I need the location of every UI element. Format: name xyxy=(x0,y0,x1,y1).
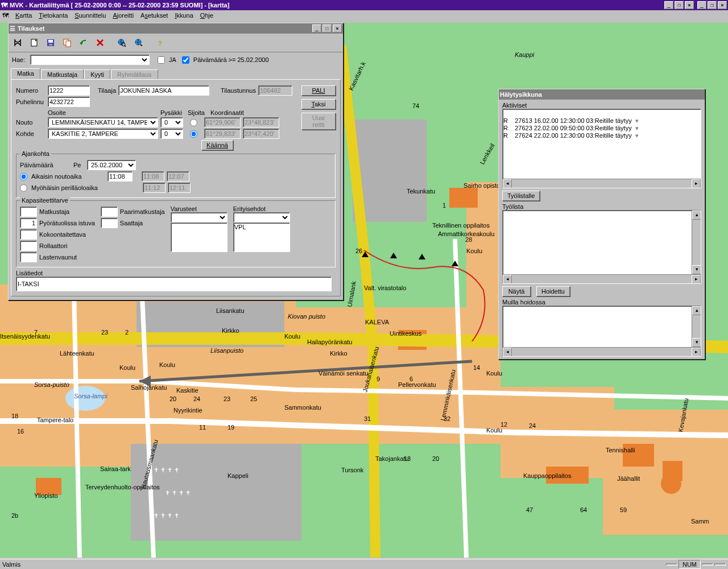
nouto-addr-combo[interactable]: LEMMINKÄISENKATU 14, TAMPERE xyxy=(48,117,158,127)
matkustaja-input[interactable] xyxy=(20,207,37,217)
svg-text:Kiovan puisto: Kiovan puisto xyxy=(288,313,325,320)
taksi-button[interactable]: Taksi xyxy=(301,99,336,109)
orders-maximize-button[interactable]: ☐ xyxy=(322,24,332,32)
aikaisin-input[interactable] xyxy=(107,171,133,182)
menu-tietokanta[interactable]: Tietokanta xyxy=(39,12,68,19)
ja-checkbox[interactable] xyxy=(158,56,165,64)
orders-minimize-button[interactable]: _ xyxy=(312,24,321,32)
menu-ohje[interactable]: Ohje xyxy=(200,12,213,19)
svg-text:Samm: Samm xyxy=(691,518,709,525)
svg-text:Tursonk: Tursonk xyxy=(341,467,364,473)
scrollbar-v[interactable]: ▴▾ xyxy=(692,306,701,347)
puhelinnu-input[interactable] xyxy=(48,97,90,107)
muilla-list[interactable]: ▴▾ ◂▸ xyxy=(502,306,701,357)
saattaja-input[interactable] xyxy=(101,218,118,228)
svg-text:Liisankatu: Liisankatu xyxy=(216,307,245,314)
svg-text:14: 14 xyxy=(473,364,480,371)
nayta-button[interactable]: Näytä xyxy=(502,286,531,296)
tilaaja-input[interactable] xyxy=(118,85,209,96)
osoite-header: Osoite xyxy=(48,109,158,116)
menu-asetukset[interactable]: Asetukset xyxy=(140,12,168,19)
app-minimize-button[interactable]: _ xyxy=(697,1,706,9)
date-filter-checkbox[interactable] xyxy=(182,56,189,64)
myo3 xyxy=(168,183,191,193)
hoidettu-button[interactable]: Hoidettu xyxy=(536,286,570,296)
list-item[interactable]: R 27623 22.02.00 09:50:00 03:Reitille tä… xyxy=(503,125,632,131)
erityis-list[interactable]: VPL xyxy=(233,222,290,252)
kohde-y xyxy=(243,129,279,139)
undo-button[interactable] xyxy=(77,36,90,50)
kohde-sijoita-radio[interactable] xyxy=(190,130,197,138)
mdi-icon[interactable]: 🗺 xyxy=(2,12,9,19)
mdi-minimize-button[interactable]: _ xyxy=(664,1,673,9)
koko-input[interactable] xyxy=(20,229,37,240)
orders-toolbar: ? xyxy=(9,34,343,52)
uusi-reitti-button: Uusi reitti xyxy=(301,113,336,130)
copy-button[interactable] xyxy=(60,36,74,50)
lasten-input[interactable] xyxy=(20,252,37,262)
save-button[interactable] xyxy=(44,36,57,50)
app-restore-button[interactable]: ❐ xyxy=(708,1,717,9)
numero-input[interactable] xyxy=(48,85,90,96)
tabstrip: Matka Matkustaja Kyyti Ryhmätilaus xyxy=(11,68,341,79)
lisatiedot-input[interactable] xyxy=(16,277,332,291)
list-item[interactable]: R 27613 16.02.00 12:30:00 03:Reitille tä… xyxy=(503,117,632,124)
orders-close-button[interactable]: × xyxy=(333,24,342,32)
scrollbar-h[interactable]: ◂▸ xyxy=(503,274,701,283)
kohde-addr-combo[interactable]: KASKITIE 2, TAMPERE xyxy=(48,129,158,139)
tyolistalle-button[interactable]: Työlistalle xyxy=(502,191,540,201)
svg-text:19: 19 xyxy=(228,424,234,431)
varusteet-combo[interactable] xyxy=(171,212,228,222)
paari-input[interactable] xyxy=(101,207,118,217)
search-combo[interactable] xyxy=(30,55,150,65)
pyora-input[interactable] xyxy=(20,218,37,228)
alert-window: Hälytysikkuna Aktiiviset R 27613 16.02.0… xyxy=(498,89,705,360)
svg-text:7: 7 xyxy=(34,329,38,336)
pvm-combo[interactable]: 25.02.2000 xyxy=(87,160,136,170)
erityis-combo[interactable] xyxy=(233,212,290,222)
myohaisin-radio[interactable] xyxy=(20,184,27,192)
new-button[interactable] xyxy=(27,36,41,50)
list-item[interactable]: R 27624 22.02.00 12:30:00 03:Reitille tä… xyxy=(503,132,632,139)
svg-text:Kappeli: Kappeli xyxy=(228,472,249,479)
scrollbar-v[interactable]: ▴▾ xyxy=(692,211,701,274)
delete-button[interactable] xyxy=(93,36,107,50)
nouto-pys-combo[interactable]: 0 xyxy=(160,117,183,127)
alert-titlebar[interactable]: Hälytysikkuna xyxy=(499,89,705,100)
svg-text:11: 11 xyxy=(199,424,206,431)
kaanna-button[interactable]: Käännä xyxy=(201,140,233,150)
rolla-input[interactable] xyxy=(20,241,37,251)
svg-text:12: 12 xyxy=(500,421,507,428)
svg-text:Teknillinen oppilaitos: Teknillinen oppilaitos xyxy=(432,222,490,229)
menu-ikkuna[interactable]: Ikkuna xyxy=(175,12,193,19)
app-close-button[interactable]: × xyxy=(718,1,727,9)
menu-suunnittelu[interactable]: Suunnittelu xyxy=(75,12,106,19)
tab-matka[interactable]: Matka xyxy=(11,68,40,79)
find-button[interactable] xyxy=(11,36,24,50)
mdi-close-button[interactable]: × xyxy=(685,1,694,9)
orders-titlebar[interactable]: ☰ Tilaukset _ ☐ × xyxy=(9,23,343,34)
tab-matkustaja[interactable]: Matkustaja xyxy=(41,69,84,79)
menu-ajoreitti[interactable]: Ajoreitti xyxy=(113,12,134,19)
scrollbar-h[interactable]: ◂▸ xyxy=(503,179,701,188)
kohde-pys-combo[interactable]: 0 xyxy=(160,129,183,139)
tab-kyyti[interactable]: Kyyti xyxy=(84,69,110,79)
mdi-restore-button[interactable]: ❐ xyxy=(675,1,684,9)
aktiiviset-list[interactable]: R 27613 16.02.00 12:30:00 03:Reitille tä… xyxy=(502,109,701,188)
globe-search-button[interactable] xyxy=(115,36,129,50)
globe-goto-button[interactable] xyxy=(132,36,146,50)
scrollbar-h[interactable]: ◂▸ xyxy=(503,347,701,356)
pali-button[interactable]: PALI xyxy=(301,85,336,96)
aikaisin-radio[interactable] xyxy=(20,173,27,180)
svg-text:Yliopisto: Yliopisto xyxy=(34,492,58,499)
menu-kartta[interactable]: Kartta xyxy=(15,12,32,19)
svg-text:Terveydenhuolto-oppilaitos: Terveydenhuolto-oppilaitos xyxy=(85,484,160,490)
svg-text:13: 13 xyxy=(404,455,411,462)
help-button[interactable]: ? xyxy=(154,36,167,50)
svg-text:24: 24 xyxy=(529,422,536,429)
nouto-sijoita-radio[interactable] xyxy=(190,119,197,126)
varusteet-list[interactable] xyxy=(171,222,228,252)
status-ready: Valmis xyxy=(2,561,20,568)
svg-text:20: 20 xyxy=(432,455,439,462)
tyolista-list[interactable]: ▴▾ ◂▸ xyxy=(502,210,701,284)
